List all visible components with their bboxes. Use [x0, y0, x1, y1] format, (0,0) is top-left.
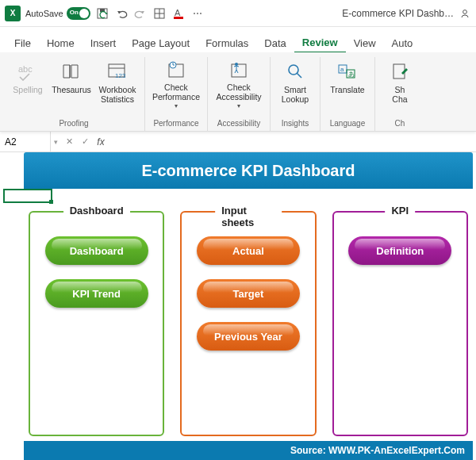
tab-formulas[interactable]: Formulas — [198, 34, 256, 52]
statistics-icon: 123 — [106, 60, 129, 82]
ribbon-group-performance: Check Performance ▾ Performance — [145, 57, 208, 131]
undo-icon[interactable] — [114, 6, 129, 21]
document-title: E-commerce KPI Dashb… — [342, 8, 454, 19]
tab-automate[interactable]: Auto — [384, 34, 421, 52]
toggle-on-icon: On — [67, 7, 90, 20]
tab-review[interactable]: Review — [294, 33, 346, 53]
fx-icon[interactable]: fx — [93, 132, 109, 151]
cancel-formula-icon[interactable]: ✕ — [61, 132, 77, 151]
tab-home[interactable]: Home — [39, 34, 83, 52]
tab-insert[interactable]: Insert — [83, 34, 125, 52]
source-footer: Source: WWW.PK-AnExcelExpert.Com — [24, 441, 473, 460]
panel-dashboard: Dashboard Dashboard KPI Trend — [29, 211, 164, 436]
translate-icon: aあ — [336, 60, 359, 82]
group-label-accessibility: Accessibility — [217, 117, 260, 131]
svg-text:123: 123 — [115, 72, 126, 79]
ribbon-tabs: File Home Insert Page Layout Formulas Da… — [0, 27, 476, 52]
group-label-proofing: Proofing — [59, 117, 88, 131]
more-icon[interactable]: ⋯ — [190, 6, 205, 21]
spelling-button[interactable]: abc Spelling — [8, 57, 48, 113]
magnify-icon — [284, 60, 306, 82]
autosave-toggle[interactable]: AutoSave On — [25, 7, 90, 20]
svg-text:あ: あ — [348, 71, 355, 78]
ribbon: abc Spelling Thesaurus 123 Workbook Stat… — [0, 52, 476, 132]
previous-year-pill[interactable]: Previous Year — [197, 322, 300, 351]
svg-point-18 — [235, 63, 238, 66]
svg-rect-6 — [174, 17, 183, 19]
title-bar: X AutoSave On A ⋯ E-commerce KPI Dashb… — [0, 0, 476, 27]
smart-lookup-button[interactable]: Smart Lookup — [275, 57, 315, 113]
dashboard-title-banner: E-commerce KPI Dashboard — [24, 152, 473, 189]
check-accessibility-button[interactable]: Check Accessibility ▾ — [213, 57, 265, 113]
ribbon-group-proofing: abc Spelling Thesaurus 123 Workbook Stat… — [3, 57, 145, 131]
dashboard-panels: Dashboard Dashboard KPI Trend Input shee… — [29, 211, 468, 436]
panel-title-kpi: KPI — [385, 205, 415, 217]
ribbon-group-changes: Sh Cha Ch — [375, 57, 424, 131]
worksheet-area[interactable]: E-commerce KPI Dashboard Dashboard Dashb… — [0, 152, 476, 460]
group-label-changes: Ch — [395, 117, 405, 131]
tab-file[interactable]: File — [6, 34, 39, 52]
name-box[interactable] — [0, 132, 51, 151]
svg-text:abc: abc — [18, 64, 33, 74]
formula-bar: ▾ ✕ ✓ fx — [0, 132, 476, 152]
svg-text:A: A — [175, 8, 181, 17]
book-icon — [60, 60, 83, 82]
excel-app-icon: X — [5, 6, 21, 21]
panel-title-input: Input sheets — [215, 205, 282, 228]
selected-cell-a2[interactable] — [3, 189, 52, 203]
name-box-input[interactable] — [5, 136, 45, 148]
actual-pill[interactable]: Actual — [197, 236, 300, 265]
target-pill[interactable]: Target — [197, 279, 300, 308]
kpi-trend-pill[interactable]: KPI Trend — [45, 279, 148, 308]
user-presence-icon[interactable] — [459, 7, 471, 20]
sheet-edit-icon — [389, 60, 411, 82]
translate-button[interactable]: aあ Translate — [325, 57, 370, 113]
tab-view[interactable]: View — [346, 34, 384, 52]
accessibility-icon — [228, 60, 250, 80]
group-label-insights: Insights — [282, 117, 309, 131]
svg-rect-25 — [393, 64, 405, 79]
panel-input-sheets: Input sheets Actual Target Previous Year — [180, 211, 316, 436]
panel-title-dashboard: Dashboard — [63, 205, 130, 217]
chevron-down-icon: ▾ — [237, 102, 240, 109]
svg-rect-17 — [232, 64, 246, 77]
show-changes-button[interactable]: Sh Cha — [380, 57, 420, 113]
group-label-language: Language — [330, 117, 366, 131]
borders-icon[interactable] — [152, 6, 167, 21]
chevron-down-icon: ▾ — [175, 102, 178, 109]
svg-line-20 — [297, 73, 301, 78]
svg-point-7 — [463, 10, 467, 13]
save-icon[interactable] — [95, 6, 109, 21]
redo-icon[interactable] — [133, 6, 148, 21]
svg-text:a: a — [340, 66, 344, 73]
definition-pill[interactable]: Definition — [348, 236, 451, 265]
name-box-chevron-icon[interactable]: ▾ — [51, 138, 61, 146]
dashboard-pill[interactable]: Dashboard — [45, 236, 148, 265]
check-performance-button[interactable]: Check Performance ▾ — [150, 57, 202, 113]
font-color-icon[interactable]: A — [171, 6, 186, 21]
workbook-statistics-button[interactable]: 123 Workbook Statistics — [95, 57, 140, 113]
spelling-icon: abc — [17, 60, 39, 82]
tab-data[interactable]: Data — [256, 34, 294, 52]
ribbon-group-language: aあ Translate Language — [321, 57, 375, 131]
panel-kpi: KPI Definition — [332, 211, 468, 436]
ribbon-group-accessibility: Check Accessibility ▾ Accessibility — [208, 57, 271, 131]
enter-formula-icon[interactable]: ✓ — [77, 132, 93, 151]
thesaurus-button[interactable]: Thesaurus — [49, 57, 94, 113]
autosave-label: AutoSave — [25, 9, 63, 18]
tab-page-layout[interactable]: Page Layout — [124, 34, 198, 52]
performance-icon — [165, 60, 187, 80]
ribbon-group-insights: Smart Lookup Insights — [271, 57, 321, 131]
group-label-performance: Performance — [153, 117, 198, 131]
